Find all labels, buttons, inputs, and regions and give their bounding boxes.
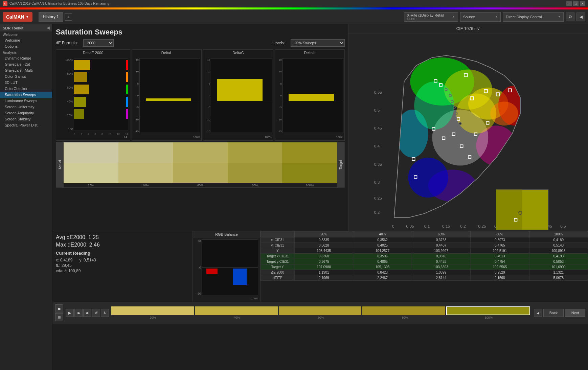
left-panel: Saturation Sweeps dE Formula: 2000 Level… — [52, 24, 348, 231]
deltaL-plot — [139, 58, 200, 133]
play-button[interactable]: ▶ — [66, 309, 74, 317]
content-bottom: Avg dE2000: 1,25 Max dE2000: 2,46 Curren… — [52, 231, 588, 302]
settings-button[interactable]: ⚙ — [566, 13, 574, 21]
svg-text:0,55: 0,55 — [374, 90, 382, 95]
bottom-swatch-40[interactable] — [195, 306, 277, 315]
sidebar-header: SDR Toolkit ◀ — [0, 24, 52, 31]
device-info: X-Rite i1Display Retail OLED — [407, 13, 451, 21]
swatch-target-80 — [228, 163, 282, 184]
x-val: x: 0,4189 — [56, 258, 72, 262]
sidebar-item-luminance-sweeps[interactable]: Luminance Sweeps — [0, 98, 52, 104]
sidebar-item-grayscale-2pt[interactable]: Grayscale - 2pt — [0, 61, 52, 67]
sidebar-item-colorchecker[interactable]: ColorChecker — [0, 86, 52, 92]
target-swatches — [64, 163, 337, 184]
bottom-swatch-60[interactable] — [279, 306, 361, 315]
sidebar-item-grayscale-multi[interactable]: Grayscale - Multi — [0, 67, 52, 73]
main-layout: SDR Toolkit ◀ Welcome Welcome Options An… — [0, 24, 588, 370]
table-body: x: CIE31 0,3335 0,3562 0,3763 0,3973 0,4… — [261, 237, 588, 281]
cie-title: CIE 1976 u'v' — [348, 24, 588, 33]
ddc-dropdown[interactable]: Direct Display Control ▼ — [503, 12, 564, 22]
svg-text:0: 0 — [392, 224, 394, 229]
rgb-balance-title: RGB Balance — [193, 231, 260, 238]
next-button[interactable]: Next — [565, 309, 585, 317]
tab-area: History 1 + — [35, 9, 404, 24]
stop-button[interactable] — [55, 313, 63, 321]
nav-left-icon[interactable]: ◀ — [534, 309, 542, 317]
tab-add-button[interactable]: + — [65, 13, 72, 21]
device-label: X-Rite i1Display Retail — [407, 13, 451, 17]
row-label-target-y: Target y:CIE31 — [261, 259, 295, 264]
device-dropdown[interactable]: X-Rite i1Display Retail OLED ▼ — [404, 12, 458, 22]
ddc-label: Direct Display Control — [506, 15, 557, 19]
prev-button[interactable]: ⏮ — [74, 309, 83, 317]
row-label-deitp: dEITP — [261, 275, 295, 281]
title-bar-controls[interactable]: ─ □ ✕ — [566, 1, 585, 6]
current-reading-label: Current Reading — [56, 251, 189, 256]
controls-row: dE Formula: 2000 Levels: 20% Sweeps — [56, 39, 345, 47]
deltae-plot — [74, 58, 128, 131]
loop-button[interactable]: ↺ — [92, 309, 100, 317]
deltaC-title: DeltaC — [203, 50, 273, 56]
capture-button[interactable]: ◼ — [55, 304, 63, 313]
svg-text:0,35: 0,35 — [374, 162, 382, 167]
table-row: Target Y 107,0980 105,1303 103,6593 102,… — [261, 264, 588, 270]
svg-text:0,25: 0,25 — [374, 196, 382, 201]
ddc-dropdown-icon: ▼ — [558, 15, 561, 18]
y-val: y: 0,5143 — [79, 258, 96, 262]
title-bar: C CalMAN 2019 CalMAN Ultimate for Busine… — [0, 0, 588, 7]
swatch-target-40 — [118, 163, 173, 184]
sidebar-item-color-gamut[interactable]: Color Gamut — [0, 73, 52, 79]
ddc-info: Direct Display Control — [506, 15, 557, 19]
sidebar-item-saturation-sweeps[interactable]: Saturation Sweeps — [0, 92, 52, 98]
svg-text:0,2: 0,2 — [460, 224, 466, 229]
back-button[interactable]: Back — [543, 309, 564, 317]
tab-history1[interactable]: History 1 — [39, 12, 63, 22]
svg-text:0,25: 0,25 — [478, 224, 486, 229]
data-table: 20% 40% 60% 80% 100% x: CIE31 0,3335 0,3… — [261, 231, 588, 281]
deltae-x-label: 14 — [124, 135, 127, 139]
deltaH-chart: DeltaH 151050-5-10-15 100% — [275, 49, 345, 141]
bottom-swatch-labels: 20% 40% 60% 80% 100% — [111, 316, 530, 319]
minimize-button[interactable]: ─ — [566, 1, 572, 6]
table-row: dEITP 2,1969 2,2467 2,8144 2,1598 5,0678 — [261, 275, 588, 281]
logo-dropdown-icon[interactable]: ▼ — [26, 15, 29, 19]
tab-label: History 1 — [43, 15, 59, 19]
logo-text: CalMAN — [6, 14, 24, 20]
bottom-swatch-80[interactable] — [362, 306, 445, 315]
sidebar-collapse-button[interactable]: ◀ — [47, 26, 49, 30]
table-row: x: CIE31 0,3335 0,3562 0,3763 0,3973 0,4… — [261, 237, 588, 243]
bottom-bar: ◼ ▶ ⏮ ⏭ ↺ ↻ — [52, 302, 588, 324]
rgb-chart-area — [202, 239, 258, 295]
back-nav-icon[interactable]: ◀ — [576, 13, 585, 21]
bottom-swatch-100[interactable] — [446, 306, 530, 315]
table-header-60: 60% — [412, 231, 470, 237]
data-table-panel: 20% 40% 60% 80% 100% x: CIE31 0,3335 0,3… — [261, 231, 588, 302]
table-row: ΔE 2000 1,1901 0,8423 1,0899 0,9529 1,13… — [261, 270, 588, 275]
sidebar-item-3d-lut[interactable]: 3D LUT — [0, 79, 52, 86]
sidebar-item-screen-stability[interactable]: Screen Stability — [0, 116, 52, 122]
sidebar-item-spectral-power[interactable]: Spectral Power Dist. — [0, 122, 52, 128]
levels-select[interactable]: 20% Sweeps — [291, 39, 345, 47]
sidebar-item-dynamic-range[interactable]: Dynamic Range — [0, 55, 52, 61]
refresh-button[interactable]: ↻ — [101, 309, 109, 317]
target-label: Target — [337, 142, 344, 187]
next-frame-button[interactable]: ⏭ — [83, 309, 91, 317]
close-button[interactable]: ✕ — [580, 1, 585, 6]
source-info: Source — [463, 15, 494, 19]
maximize-button[interactable]: □ — [573, 1, 579, 6]
swatch-actual-40 — [118, 142, 173, 163]
table-header-20: 20% — [295, 231, 353, 237]
swatch-pct-labels: 20% 40% 60% 80% 100% — [64, 183, 337, 187]
svg-text:0,5: 0,5 — [374, 108, 380, 113]
sidebar-item-screen-uniformity[interactable]: Screen Uniformity — [0, 104, 52, 110]
sidebar-item-screen-angularity[interactable]: Screen Angularity — [0, 110, 52, 116]
sidebar-item-options[interactable]: Options — [0, 43, 52, 49]
de-formula-select[interactable]: 2000 — [83, 39, 114, 47]
svg-point-31 — [414, 82, 454, 130]
source-dropdown[interactable]: Source ▼ — [460, 12, 501, 22]
svg-text:0,45: 0,45 — [374, 126, 382, 131]
row-label-Y: Y — [261, 248, 295, 254]
bottom-swatch-20[interactable] — [111, 306, 194, 315]
svg-point-32 — [456, 94, 496, 134]
sidebar-item-welcome[interactable]: Welcome — [0, 37, 52, 43]
